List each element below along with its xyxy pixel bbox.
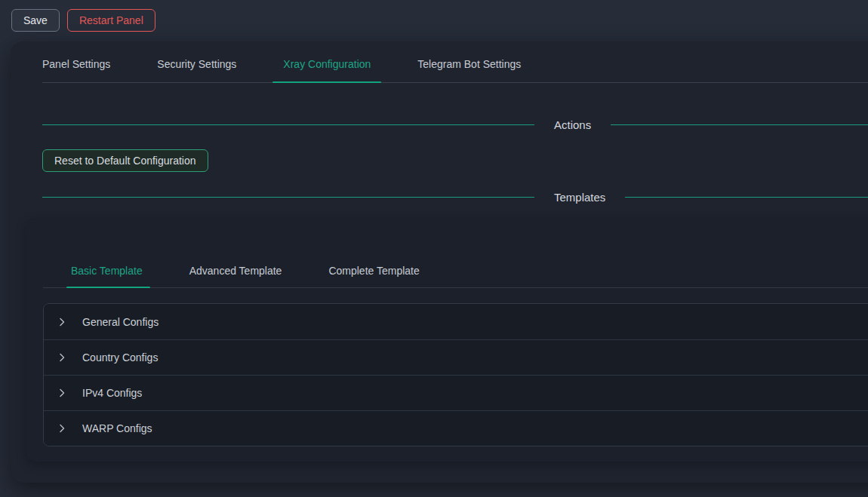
templates-card: Basic Template Advanced Template Complet… — [26, 218, 868, 462]
actions-divider: Actions — [42, 117, 868, 132]
templates-section-title: Templates — [554, 191, 605, 204]
restart-panel-button[interactable]: Restart Panel — [67, 9, 155, 32]
chevron-right-icon — [57, 388, 66, 397]
collapse-header-label: General Configs — [82, 316, 159, 328]
top-action-bar: Save Restart Panel — [0, 0, 868, 32]
tab-panel-settings[interactable]: Panel Settings — [42, 58, 110, 82]
reset-default-config-button[interactable]: Reset to Default Configuration — [42, 149, 208, 172]
tab-telegram-bot-settings[interactable]: Telegram Bot Settings — [417, 58, 521, 82]
collapse-country-configs[interactable]: Country Configs — [44, 339, 868, 375]
collapse-header-label: IPv4 Configs — [82, 387, 142, 399]
templates-divider: Templates — [42, 189, 868, 204]
template-tabbar: Basic Template Advanced Template Complet… — [43, 218, 868, 288]
actions-section-title: Actions — [554, 118, 591, 131]
tab-xray-configuration[interactable]: Xray Configuration — [283, 58, 371, 82]
chevron-right-icon — [57, 424, 66, 433]
tab-basic-template[interactable]: Basic Template — [71, 265, 143, 287]
chevron-right-icon — [57, 353, 66, 362]
divider-line — [625, 197, 868, 198]
collapse-header-label: Country Configs — [82, 351, 158, 364]
chevron-right-icon — [57, 318, 66, 327]
tab-security-settings[interactable]: Security Settings — [157, 58, 236, 82]
divider-line — [42, 124, 534, 125]
divider-line — [611, 124, 868, 125]
tab-complete-template[interactable]: Complete Template — [328, 265, 419, 287]
collapse-general-configs[interactable]: General Configs — [44, 304, 868, 339]
config-accordion: General Configs Country Configs IPv4 Con… — [43, 303, 868, 446]
save-button[interactable]: Save — [11, 9, 60, 32]
settings-tabbar: Panel Settings Security Settings Xray Co… — [42, 41, 868, 83]
collapse-warp-configs[interactable]: WARP Configs — [44, 410, 868, 446]
settings-card: Panel Settings Security Settings Xray Co… — [11, 41, 868, 483]
collapse-header-label: WARP Configs — [82, 422, 152, 434]
collapse-ipv4-configs[interactable]: IPv4 Configs — [44, 375, 868, 410]
divider-line — [42, 197, 534, 198]
tab-advanced-template[interactable]: Advanced Template — [189, 265, 282, 287]
